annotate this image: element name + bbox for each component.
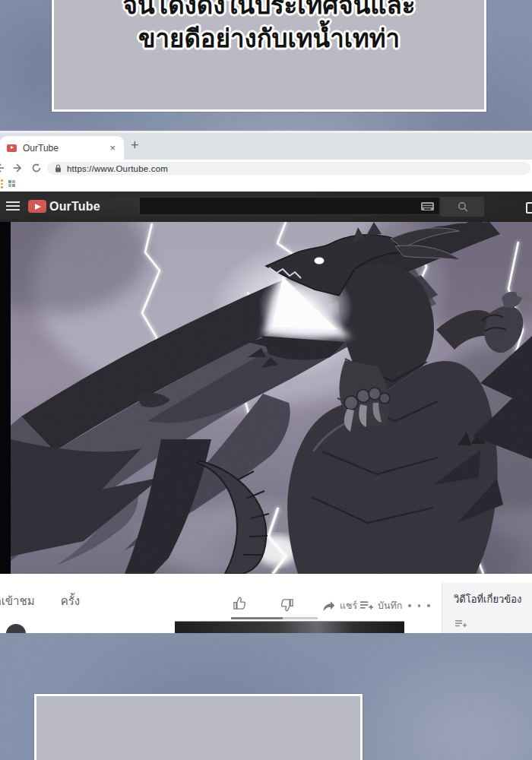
ourtube-header: OurTube <box>0 192 532 222</box>
thumb-up-icon <box>233 596 247 610</box>
caption-box-top: จนโด่งดังในประเทศจีนและ ขายดีอย่างกับเทน… <box>52 0 486 112</box>
bookmark-app-icon[interactable] <box>8 180 15 187</box>
dragon-illustration <box>11 222 532 574</box>
playlist-add-icon <box>360 600 373 612</box>
like-button[interactable] <box>233 596 247 610</box>
channel-avatar[interactable] <box>6 624 26 633</box>
caption-line-2: ขายดีอย่างกับเทน้ำเทท่า <box>54 22 484 55</box>
browser-tab-ourtube[interactable]: OurTube × <box>0 136 124 160</box>
caption-line-1: จนโด่งดังในประเทศจีนและ <box>54 0 484 22</box>
upload-icon[interactable] <box>526 202 532 214</box>
playlist-add-icon[interactable] <box>455 619 467 629</box>
view-count-text: ดเข้าชม <box>0 592 35 610</box>
related-videos-panel: วิดีโอที่เกี่ยวข้อง <box>442 583 532 633</box>
more-button[interactable] <box>408 604 432 607</box>
search-button[interactable] <box>441 197 484 217</box>
brand-title[interactable]: OurTube <box>49 200 100 214</box>
caption-text: จนโด่งดังในประเทศจีนและ ขายดีอย่างกับเทน… <box>54 0 484 55</box>
keyboard-icon[interactable] <box>421 202 434 211</box>
menu-icon[interactable] <box>6 201 20 213</box>
webtoon-page: { "caption_top": { "line1": "จนโด่งดังใน… <box>0 0 532 760</box>
share-button[interactable]: แชร์ <box>322 598 357 613</box>
back-icon[interactable] <box>0 163 5 173</box>
search-input[interactable] <box>139 197 440 215</box>
video-info-section: ดเข้าชม ครั้ง แชร์ <box>0 574 532 633</box>
lock-icon <box>55 164 62 173</box>
view-count-unit: ครั้ง <box>61 592 80 610</box>
close-icon[interactable]: × <box>108 142 117 154</box>
ourtube-favicon-icon <box>7 144 17 152</box>
search-icon <box>458 201 468 212</box>
browser-window: OurTube × + https://www.Ourtube.com <box>0 131 532 633</box>
play-logo-icon[interactable] <box>28 200 46 213</box>
share-label: แชร์ <box>340 598 357 613</box>
caption-box-bottom <box>34 694 363 760</box>
partial-thumbnail[interactable] <box>175 621 404 633</box>
bookmarks-bar <box>0 177 532 192</box>
related-videos-title: วิดีโอที่เกี่ยวข้อง <box>454 591 521 607</box>
save-button[interactable]: บันทึก <box>360 598 402 613</box>
share-arrow-icon <box>322 600 335 612</box>
dislike-button[interactable] <box>280 598 294 613</box>
view-count: ดเข้าชม ครั้ง <box>0 592 80 610</box>
tab-strip: OurTube × + <box>0 133 532 160</box>
like-ratio-bar <box>231 617 318 619</box>
video-player[interactable] <box>0 222 532 574</box>
bookmark-dots-icon[interactable] <box>1 179 3 190</box>
url-text: https://www.Ourtube.com <box>67 164 168 173</box>
forward-icon[interactable] <box>13 163 24 173</box>
thumb-down-icon <box>280 598 294 613</box>
video-letterbox <box>0 222 11 574</box>
reload-icon[interactable] <box>31 163 42 173</box>
address-bar: https://www.Ourtube.com <box>0 160 532 177</box>
tab-title: OurTube <box>23 143 108 154</box>
new-tab-icon[interactable]: + <box>131 137 139 154</box>
more-icon <box>408 604 411 607</box>
url-field[interactable]: https://www.Ourtube.com <box>47 162 530 175</box>
save-label: บันทึก <box>378 598 402 613</box>
